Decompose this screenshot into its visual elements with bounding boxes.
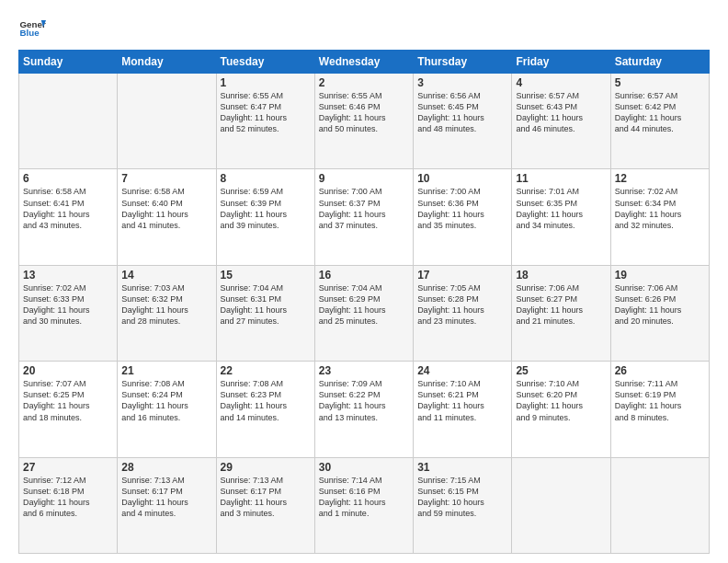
calendar-cell: 5Sunrise: 6:57 AM Sunset: 6:42 PM Daylig… [610,74,709,169]
cell-info: Sunrise: 6:58 AM Sunset: 6:41 PM Dayligh… [23,186,113,231]
weekday-header-monday: Monday [118,51,216,74]
cell-info: Sunrise: 7:06 AM Sunset: 6:26 PM Dayligh… [615,282,705,327]
calendar-cell: 31Sunrise: 7:15 AM Sunset: 6:15 PM Dayli… [414,457,512,553]
day-number: 14 [121,269,211,282]
day-number: 28 [121,461,211,474]
calendar-cell: 30Sunrise: 7:14 AM Sunset: 6:16 PM Dayli… [314,457,413,553]
day-number: 31 [417,461,507,474]
cell-info: Sunrise: 7:02 AM Sunset: 6:34 PM Dayligh… [615,186,705,231]
cell-info: Sunrise: 6:56 AM Sunset: 6:45 PM Dayligh… [417,90,507,135]
calendar-cell: 21Sunrise: 7:08 AM Sunset: 6:24 PM Dayli… [118,362,216,457]
calendar-cell: 1Sunrise: 6:55 AM Sunset: 6:47 PM Daylig… [216,74,314,169]
day-number: 13 [23,269,113,282]
calendar-table: SundayMondayTuesdayWednesdayThursdayFrid… [18,50,710,554]
cell-info: Sunrise: 7:13 AM Sunset: 6:17 PM Dayligh… [121,475,211,520]
day-number: 11 [516,172,606,185]
calendar-cell: 4Sunrise: 6:57 AM Sunset: 6:43 PM Daylig… [512,74,610,169]
cell-info: Sunrise: 7:08 AM Sunset: 6:23 PM Dayligh… [221,378,311,423]
svg-text:Blue: Blue [20,28,40,38]
day-number: 20 [23,364,113,377]
calendar-cell: 13Sunrise: 7:02 AM Sunset: 6:33 PM Dayli… [19,265,118,361]
day-number: 21 [121,364,211,377]
day-number: 29 [221,461,311,474]
calendar-cell: 28Sunrise: 7:13 AM Sunset: 6:17 PM Dayli… [118,457,216,553]
cell-info: Sunrise: 7:09 AM Sunset: 6:22 PM Dayligh… [319,378,409,423]
cell-info: Sunrise: 7:11 AM Sunset: 6:19 PM Dayligh… [615,378,705,423]
day-number: 6 [23,172,113,185]
cell-info: Sunrise: 7:01 AM Sunset: 6:35 PM Dayligh… [516,186,606,231]
calendar-cell: 3Sunrise: 6:56 AM Sunset: 6:45 PM Daylig… [414,74,512,169]
calendar-cell: 16Sunrise: 7:04 AM Sunset: 6:29 PM Dayli… [314,265,413,361]
calendar-cell: 26Sunrise: 7:11 AM Sunset: 6:19 PM Dayli… [610,362,709,457]
day-number: 1 [221,76,311,89]
calendar-cell: 20Sunrise: 7:07 AM Sunset: 6:25 PM Dayli… [19,362,118,457]
calendar-cell: 10Sunrise: 7:00 AM Sunset: 6:36 PM Dayli… [414,169,512,265]
cell-info: Sunrise: 7:14 AM Sunset: 6:16 PM Dayligh… [319,475,409,520]
day-number: 12 [615,172,705,185]
calendar-cell: 18Sunrise: 7:06 AM Sunset: 6:27 PM Dayli… [512,265,610,361]
day-number: 23 [319,364,409,377]
cell-info: Sunrise: 7:00 AM Sunset: 6:37 PM Dayligh… [319,186,409,231]
cell-info: Sunrise: 7:00 AM Sunset: 6:36 PM Dayligh… [417,186,507,231]
cell-info: Sunrise: 7:13 AM Sunset: 6:17 PM Dayligh… [221,475,311,520]
cell-info: Sunrise: 6:55 AM Sunset: 6:47 PM Dayligh… [221,90,311,135]
calendar-cell [610,457,709,553]
day-number: 15 [221,269,311,282]
calendar-cell: 29Sunrise: 7:13 AM Sunset: 6:17 PM Dayli… [216,457,314,553]
cell-info: Sunrise: 6:57 AM Sunset: 6:42 PM Dayligh… [615,90,705,135]
day-number: 26 [615,364,705,377]
cell-info: Sunrise: 7:04 AM Sunset: 6:31 PM Dayligh… [221,282,311,327]
calendar-cell: 27Sunrise: 7:12 AM Sunset: 6:18 PM Dayli… [19,457,118,553]
weekday-header-sunday: Sunday [19,51,118,74]
calendar-cell: 8Sunrise: 6:59 AM Sunset: 6:39 PM Daylig… [216,169,314,265]
cell-info: Sunrise: 7:08 AM Sunset: 6:24 PM Dayligh… [121,378,211,423]
calendar-cell: 23Sunrise: 7:09 AM Sunset: 6:22 PM Dayli… [314,362,413,457]
weekday-header-tuesday: Tuesday [216,51,314,74]
calendar-cell: 24Sunrise: 7:10 AM Sunset: 6:21 PM Dayli… [414,362,512,457]
header: General Blue [18,15,710,42]
day-number: 17 [417,269,507,282]
day-number: 30 [319,461,409,474]
day-number: 24 [417,364,507,377]
cell-info: Sunrise: 7:15 AM Sunset: 6:15 PM Dayligh… [417,475,507,520]
calendar-cell: 15Sunrise: 7:04 AM Sunset: 6:31 PM Dayli… [216,265,314,361]
cell-info: Sunrise: 7:06 AM Sunset: 6:27 PM Dayligh… [516,282,606,327]
logo-icon: General Blue [18,15,46,42]
calendar-cell: 19Sunrise: 7:06 AM Sunset: 6:26 PM Dayli… [610,265,709,361]
weekday-header-thursday: Thursday [414,51,512,74]
week-row-1: 1Sunrise: 6:55 AM Sunset: 6:47 PM Daylig… [19,74,710,169]
day-number: 18 [516,269,606,282]
day-number: 22 [221,364,311,377]
day-number: 2 [319,76,409,89]
calendar-cell: 22Sunrise: 7:08 AM Sunset: 6:23 PM Dayli… [216,362,314,457]
day-number: 7 [121,172,211,185]
cell-info: Sunrise: 6:57 AM Sunset: 6:43 PM Dayligh… [516,90,606,135]
calendar-cell: 9Sunrise: 7:00 AM Sunset: 6:37 PM Daylig… [314,169,413,265]
cell-info: Sunrise: 7:03 AM Sunset: 6:32 PM Dayligh… [121,282,211,327]
day-number: 16 [319,269,409,282]
week-row-5: 27Sunrise: 7:12 AM Sunset: 6:18 PM Dayli… [19,457,710,553]
calendar-cell: 17Sunrise: 7:05 AM Sunset: 6:28 PM Dayli… [414,265,512,361]
calendar-cell [19,74,118,169]
day-number: 4 [516,76,606,89]
day-number: 3 [417,76,507,89]
day-number: 27 [23,461,113,474]
cell-info: Sunrise: 7:07 AM Sunset: 6:25 PM Dayligh… [23,378,113,423]
week-row-3: 13Sunrise: 7:02 AM Sunset: 6:33 PM Dayli… [19,265,710,361]
cell-info: Sunrise: 7:04 AM Sunset: 6:29 PM Dayligh… [319,282,409,327]
cell-info: Sunrise: 6:55 AM Sunset: 6:46 PM Dayligh… [319,90,409,135]
page: General Blue SundayMondayTuesdayWednesda… [0,0,728,563]
cell-info: Sunrise: 6:59 AM Sunset: 6:39 PM Dayligh… [221,186,311,231]
day-number: 10 [417,172,507,185]
cell-info: Sunrise: 7:10 AM Sunset: 6:20 PM Dayligh… [516,378,606,423]
day-number: 8 [221,172,311,185]
calendar-cell: 6Sunrise: 6:58 AM Sunset: 6:41 PM Daylig… [19,169,118,265]
calendar-cell: 14Sunrise: 7:03 AM Sunset: 6:32 PM Dayli… [118,265,216,361]
cell-info: Sunrise: 6:58 AM Sunset: 6:40 PM Dayligh… [121,186,211,231]
calendar-cell [118,74,216,169]
logo: General Blue [18,15,46,42]
week-row-4: 20Sunrise: 7:07 AM Sunset: 6:25 PM Dayli… [19,362,710,457]
calendar-cell: 2Sunrise: 6:55 AM Sunset: 6:46 PM Daylig… [314,74,413,169]
cell-info: Sunrise: 7:02 AM Sunset: 6:33 PM Dayligh… [23,282,113,327]
week-row-2: 6Sunrise: 6:58 AM Sunset: 6:41 PM Daylig… [19,169,710,265]
